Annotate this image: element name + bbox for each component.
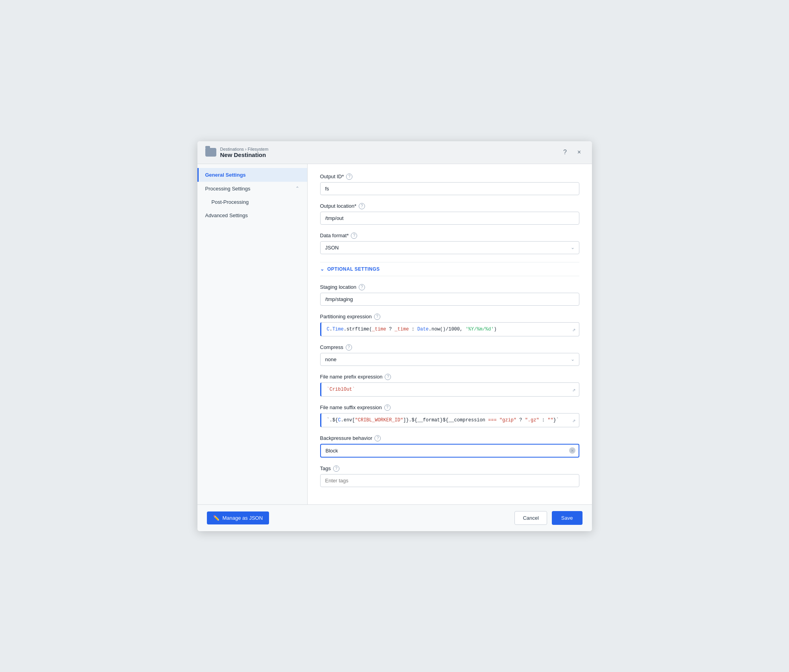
sidebar-item-post-processing[interactable]: Post-Processing — [197, 196, 307, 209]
sidebar-item-post-processing-label: Post-Processing — [212, 199, 249, 205]
partitioning-expression-help-icon[interactable]: ? — [374, 314, 380, 320]
header-title: Destinations › Filesystem New Destinatio… — [220, 147, 269, 158]
staging-location-help-icon[interactable]: ? — [359, 284, 365, 290]
chevron-up-icon: ⌃ — [295, 186, 299, 191]
form-group-output-id: Output ID* ? — [320, 174, 579, 195]
file-name-prefix-input[interactable]: `CriblOut` ⇗ — [320, 382, 579, 397]
pencil-icon: ✏️ — [213, 515, 219, 521]
sidebar-item-advanced-settings[interactable]: Advanced Settings — [197, 209, 307, 222]
partitioning-expression-label: Partitioning expression ? — [320, 314, 579, 320]
footer-right: Cancel Save — [514, 511, 582, 525]
window-title: New Destination — [220, 151, 269, 158]
manage-json-button[interactable]: ✏️ Manage as JSON — [207, 511, 269, 524]
sidebar-item-general-settings[interactable]: General Settings — [197, 168, 307, 182]
close-button[interactable]: × — [575, 148, 584, 157]
modal-header: Destinations › Filesystem New Destinatio… — [197, 141, 592, 164]
form-group-file-name-prefix: File name prefix expression ? `CriblOut`… — [320, 374, 579, 397]
compress-select-wrapper: none gzip ⌄ — [320, 353, 579, 366]
form-group-staging-location: Staging location ? — [320, 284, 579, 306]
file-name-prefix-help-icon[interactable]: ? — [385, 374, 391, 380]
backpressure-label: Backpressure behavior ? — [320, 435, 579, 441]
folder-icon — [205, 148, 216, 157]
partitioning-expression-expand-icon[interactable]: ⇗ — [572, 326, 575, 332]
form-group-output-location: Output location* ? — [320, 203, 579, 225]
data-format-select[interactable]: JSON CSV Raw — [320, 241, 579, 254]
sidebar-item-general-settings-label: General Settings — [205, 172, 246, 178]
form-group-backpressure: Backpressure behavior ? ✕ — [320, 435, 579, 458]
header-left: Destinations › Filesystem New Destinatio… — [205, 147, 269, 158]
modal-footer: ✏️ Manage as JSON Cancel Save — [197, 504, 592, 531]
optional-settings-label: OPTIONAL SETTINGS — [327, 266, 380, 272]
data-format-label: Data format* ? — [320, 233, 579, 239]
form-group-tags: Tags ? — [320, 465, 579, 487]
file-name-prefix-expand-icon[interactable]: ⇗ — [572, 386, 575, 393]
backpressure-input[interactable] — [320, 444, 579, 458]
main-content: Output ID* ? Output location* ? Data for… — [308, 164, 592, 504]
sidebar-item-processing-settings-label: Processing Settings — [205, 186, 251, 192]
output-id-label: Output ID* ? — [320, 174, 579, 180]
form-group-file-name-suffix: File name suffix expression ? `.${C.env[… — [320, 404, 579, 427]
optional-settings-toggle[interactable]: ⌄ OPTIONAL SETTINGS — [320, 262, 579, 276]
sidebar-item-advanced-settings-label: Advanced Settings — [205, 212, 248, 218]
file-name-suffix-input[interactable]: `.${C.env["CRIBL_WORKER_ID"]}.${__format… — [320, 413, 579, 427]
staging-location-input[interactable] — [320, 293, 579, 306]
header-actions: ? × — [560, 148, 584, 157]
file-name-suffix-help-icon[interactable]: ? — [384, 404, 391, 411]
breadcrumb: Destinations › Filesystem — [220, 147, 269, 151]
output-id-input[interactable] — [320, 182, 579, 195]
compress-label: Compress ? — [320, 344, 579, 351]
modal-container: Destinations › Filesystem New Destinatio… — [197, 141, 592, 531]
data-format-help-icon[interactable]: ? — [351, 233, 357, 239]
compress-help-icon[interactable]: ? — [346, 344, 352, 351]
backpressure-help-icon[interactable]: ? — [374, 435, 381, 441]
save-button[interactable]: Save — [552, 511, 583, 525]
modal-body: General Settings Processing Settings ⌃ P… — [197, 164, 592, 504]
tags-help-icon[interactable]: ? — [333, 465, 339, 472]
backpressure-input-wrapper: ✕ — [320, 444, 579, 458]
cancel-button[interactable]: Cancel — [514, 511, 547, 525]
file-name-suffix-label: File name suffix expression ? — [320, 404, 579, 411]
backpressure-clear-icon[interactable]: ✕ — [569, 447, 575, 454]
compress-select[interactable]: none gzip — [320, 353, 579, 366]
data-format-select-wrapper: JSON CSV Raw ⌄ — [320, 241, 579, 254]
sidebar-item-processing-settings[interactable]: Processing Settings ⌃ — [197, 182, 307, 196]
output-location-help-icon[interactable]: ? — [359, 203, 365, 209]
form-group-partitioning-expression: Partitioning expression ? C.Time.strftim… — [320, 314, 579, 336]
output-id-help-icon[interactable]: ? — [346, 174, 352, 180]
output-location-label: Output location* ? — [320, 203, 579, 209]
partitioning-expression-input[interactable]: C.Time.strftime(_time ? _time : Date.now… — [320, 322, 579, 336]
file-name-prefix-label: File name prefix expression ? — [320, 374, 579, 380]
tags-label: Tags ? — [320, 465, 579, 472]
form-group-compress: Compress ? none gzip ⌄ — [320, 344, 579, 366]
output-location-input[interactable] — [320, 212, 579, 225]
staging-location-label: Staging location ? — [320, 284, 579, 290]
optional-settings-chevron-icon: ⌄ — [320, 266, 324, 272]
form-group-data-format: Data format* ? JSON CSV Raw ⌄ — [320, 233, 579, 254]
sidebar: General Settings Processing Settings ⌃ P… — [197, 164, 308, 504]
file-name-suffix-expand-icon[interactable]: ⇗ — [572, 417, 575, 423]
help-button[interactable]: ? — [560, 148, 570, 157]
tags-input[interactable] — [320, 474, 579, 487]
manage-json-label: Manage as JSON — [223, 515, 263, 521]
